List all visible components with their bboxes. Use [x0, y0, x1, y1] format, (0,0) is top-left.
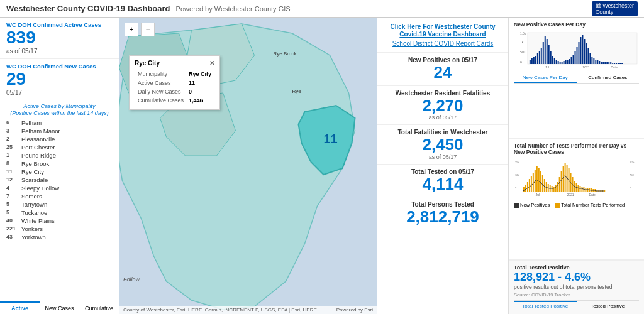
school-link[interactable]: School District COVID Report Cards	[384, 40, 502, 47]
svg-rect-56	[614, 63, 615, 64]
map-toolbar[interactable]: + −	[125, 23, 155, 36]
zoom-in-button[interactable]: +	[125, 23, 138, 36]
center-stat-value: 2,450	[384, 136, 502, 154]
confirmed-active-box: WC DOH Confirmed Active Cases 839 as of …	[0, 18, 119, 59]
chart1-tab-1[interactable]: Confirmed Cases	[577, 73, 640, 83]
popup-title: Rye City ✕	[135, 60, 214, 67]
muni-count: 12	[6, 176, 21, 183]
total-tested-label: Total Tested Positive	[514, 264, 639, 271]
svg-rect-38	[580, 37, 581, 64]
svg-text:0: 0	[630, 186, 631, 189]
svg-rect-36	[577, 47, 578, 64]
svg-rect-29	[564, 61, 565, 64]
svg-rect-11	[530, 60, 531, 64]
svg-rect-39	[582, 35, 583, 64]
left-tab-new-cases[interactable]: New Cases	[40, 301, 79, 314]
confirmed-active-date: as of 05/17	[6, 48, 113, 55]
list-item[interactable]: 12Scarsdale	[6, 176, 113, 184]
bottom-tab-1[interactable]: Tested Positive	[577, 301, 640, 310]
source-text: Source: COVID-19 Tracker	[514, 292, 639, 298]
list-item[interactable]: 1Pound Ridge	[6, 151, 113, 160]
svg-rect-79	[540, 171, 541, 192]
svg-rect-43	[589, 53, 591, 64]
confirmed-new-value: 29	[6, 70, 113, 89]
svg-rect-25	[556, 60, 557, 64]
chart1-tabs: New Cases Per DayConfirmed Cases	[514, 73, 639, 84]
muni-count: 5	[6, 209, 21, 215]
svg-rect-35	[575, 51, 576, 64]
svg-rect-88	[557, 182, 558, 192]
svg-rect-78	[538, 168, 540, 192]
chart1-title: New Positive Cases Per Day	[514, 21, 639, 28]
svg-rect-54	[610, 62, 611, 64]
svg-rect-113	[604, 190, 605, 192]
list-item[interactable]: 25Port Chester	[6, 143, 113, 151]
svg-rect-59	[619, 63, 621, 64]
list-item[interactable]: 7Somers	[6, 192, 113, 200]
svg-rect-53	[608, 62, 609, 64]
svg-text:Date: Date	[589, 193, 596, 197]
left-tab-cumulative[interactable]: Cumulative	[79, 301, 119, 314]
svg-rect-41	[586, 43, 587, 64]
list-item[interactable]: 6Pelham	[6, 119, 113, 127]
muni-name: Yorktown	[21, 234, 113, 241]
popup-label: Cumulative Cases	[136, 97, 186, 104]
right-panel: New Positive Cases Per Day New Positive …	[509, 18, 644, 314]
muni-name: Pelham Manor	[21, 127, 113, 134]
muni-count: 1	[6, 152, 21, 158]
svg-rect-21	[548, 45, 550, 64]
muni-count: 6	[6, 119, 21, 126]
list-item[interactable]: 5Tarrytown	[6, 200, 113, 208]
svg-rect-20	[547, 39, 548, 64]
list-item[interactable]: 8Rye Brook	[6, 160, 113, 168]
muni-header: Active Cases by Municipality (Positive C…	[6, 103, 113, 117]
bottom-tab-0[interactable]: Total Tested Positive	[514, 301, 577, 310]
list-item[interactable]: 43Yorktown	[6, 233, 113, 241]
bottom-tab-bar: Total Tested PositiveTested Positive	[514, 300, 639, 310]
center-stat-item: Total Tested on 05/17 4,114	[377, 165, 508, 198]
svg-rect-50	[602, 62, 604, 64]
svg-text:1.5k: 1.5k	[520, 31, 526, 35]
svg-text:2021: 2021	[567, 193, 574, 197]
muni-name: Pelham	[21, 119, 113, 126]
svg-rect-81	[544, 179, 545, 192]
list-item[interactable]: 4Sleepy Hollow	[6, 184, 113, 192]
svg-rect-47	[597, 60, 598, 64]
svg-rect-16	[539, 51, 540, 64]
muni-name: White Plains	[21, 217, 113, 224]
chart1-tab-0[interactable]: New Cases Per Day	[514, 73, 577, 83]
left-tab-active[interactable]: Active	[0, 301, 40, 314]
muni-name: Tuckahoe	[21, 209, 113, 216]
svg-rect-89	[559, 177, 560, 192]
svg-rect-73	[529, 179, 530, 192]
list-item[interactable]: 11Rye City	[6, 168, 113, 176]
list-item[interactable]: 221Yonkers	[6, 225, 113, 233]
legend-tests-icon	[555, 203, 560, 208]
vaccine-link[interactable]: Click Here For Westchester County Covid-…	[390, 23, 495, 38]
center-stat-value: 2,812,719	[384, 208, 502, 226]
list-item[interactable]: 3Pelham Manor	[6, 127, 113, 135]
muni-count: 5	[6, 201, 21, 207]
muni-name: Rye Brook	[21, 160, 113, 167]
vaccine-section: Click Here For Westchester County Covid-…	[377, 18, 508, 53]
svg-rect-58	[618, 63, 619, 64]
map-panel[interactable]: Harrison Rye Rye Brook 11 + − Rye City ✕…	[119, 18, 377, 314]
svg-text:750: 750	[630, 173, 634, 176]
popup-value: Rye City	[187, 70, 213, 78]
popup-close-icon[interactable]: ✕	[209, 60, 214, 67]
svg-text:1k: 1k	[520, 40, 524, 44]
map-popup: Rye City ✕ MunicipalityRye CityActive Ca…	[129, 55, 220, 110]
list-item[interactable]: 2Pleasantville	[6, 135, 113, 143]
svg-rect-60	[621, 63, 623, 64]
list-item[interactable]: 40White Plains	[6, 217, 113, 225]
center-stats: New Positives on 05/17 24 Westchester Re…	[377, 53, 508, 230]
svg-rect-30	[565, 60, 567, 64]
list-item[interactable]: 5Tuckahoe	[6, 208, 113, 217]
table-row: MunicipalityRye City	[136, 70, 213, 78]
svg-rect-51	[604, 62, 606, 64]
svg-text:25k: 25k	[515, 161, 519, 164]
popup-label: Active Cases	[136, 79, 186, 87]
zoom-out-button[interactable]: −	[141, 23, 155, 36]
left-tab-bar: ActiveNew CasesCumulative	[0, 301, 119, 314]
muni-count: 43	[6, 234, 21, 240]
